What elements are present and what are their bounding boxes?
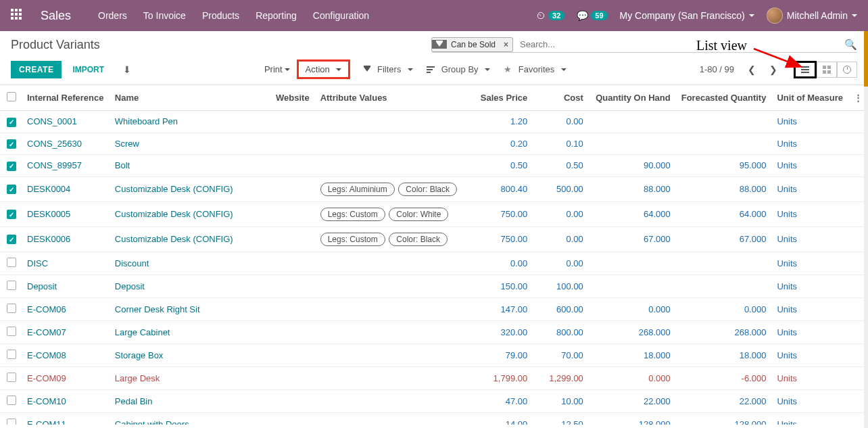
cell-sales-price[interactable]: 750.00 (464, 227, 533, 252)
cell-website[interactable] (270, 133, 315, 155)
cell-website[interactable] (270, 111, 315, 133)
cell-website[interactable] (270, 275, 315, 298)
cell-qoh[interactable] (589, 252, 676, 275)
cell-ref[interactable]: E-COM11 (27, 419, 66, 425)
row-checkbox[interactable]: ✓ (7, 139, 16, 149)
cell-name[interactable]: Customizable Desk (CONFIG) (115, 209, 233, 219)
cell-sales-price[interactable]: 0.20 (464, 133, 533, 155)
user-menu[interactable]: Mitchell Admin (767, 7, 857, 24)
cell-cost[interactable]: 600.00 (533, 298, 589, 320)
cell-name[interactable]: Customizable Desk (CONFIG) (115, 234, 233, 244)
cell-cost[interactable]: 0.10 (533, 133, 589, 155)
cell-ref[interactable]: CONS_0001 (27, 116, 77, 126)
cell-name[interactable]: Screw (115, 139, 139, 149)
activity-indicator[interactable]: ⏲ 32 (536, 10, 564, 21)
cell-ref[interactable]: DESK0004 (27, 184, 70, 194)
cell-uom[interactable]: Units (771, 366, 848, 389)
cell-name[interactable]: Large Cabinet (115, 327, 170, 337)
cell-uom[interactable]: Units (771, 111, 848, 133)
cell-uom[interactable]: Units (771, 227, 848, 252)
cell-sales-price[interactable]: 79.00 (464, 343, 533, 366)
cell-ref[interactable]: CONS_89957 (27, 160, 82, 170)
cell-qoh[interactable]: 128.000 (589, 412, 676, 425)
cell-attr[interactable] (315, 275, 464, 298)
cell-uom[interactable]: Units (771, 320, 848, 343)
cell-ref[interactable]: DESK0006 (27, 234, 70, 244)
cell-website[interactable] (270, 252, 315, 275)
cell-attr[interactable]: Legs: Custom Color: White (315, 201, 464, 227)
table-row[interactable]: E-COM08Storage Box79.0070.0018.00018.000… (0, 343, 868, 366)
cell-attr[interactable] (315, 252, 464, 275)
cell-uom[interactable]: Units (771, 201, 848, 227)
cell-cost[interactable]: 800.00 (533, 320, 589, 343)
create-button[interactable]: CREATE (11, 61, 62, 78)
cell-qoh[interactable]: 18.000 (589, 343, 676, 366)
cell-ref[interactable]: E-COM08 (27, 350, 66, 360)
cell-sales-price[interactable]: 0.50 (464, 155, 533, 177)
cell-attr[interactable] (315, 298, 464, 320)
cell-fq[interactable] (676, 275, 772, 298)
cell-cost[interactable]: 0.00 (533, 227, 589, 252)
table-row[interactable]: E-COM06Corner Desk Right Sit147.00600.00… (0, 298, 868, 320)
row-checkbox[interactable] (7, 373, 16, 382)
cell-fq[interactable]: 128.000 (676, 412, 772, 425)
table-row[interactable]: ✓DESK0005Customizable Desk (CONFIG)Legs:… (0, 201, 868, 227)
header-uom[interactable]: Unit of Measure (771, 85, 848, 111)
row-checkbox[interactable] (7, 258, 16, 267)
cell-ref[interactable]: DESK0005 (27, 209, 70, 219)
cell-fq[interactable]: 268.000 (676, 320, 772, 343)
cell-uom[interactable]: Units (771, 275, 848, 298)
cell-cost[interactable]: 1,299.00 (533, 366, 589, 389)
view-kanban-button[interactable] (817, 62, 837, 78)
cell-qoh[interactable]: 22.000 (589, 389, 676, 412)
pager-text[interactable]: 1-80 / 99 (700, 64, 734, 74)
cell-sales-price[interactable]: 150.00 (464, 275, 533, 298)
import-button[interactable]: IMPORT (64, 61, 112, 78)
header-name[interactable]: Name (110, 85, 270, 111)
cell-name[interactable]: Cabinet with Doors (115, 419, 189, 425)
table-row[interactable]: DISCDiscount0.000.00Units (0, 252, 868, 275)
header-attr[interactable]: Attribute Values (315, 85, 464, 111)
cell-attr[interactable] (315, 155, 464, 177)
cell-fq[interactable]: -6.000 (676, 366, 772, 389)
cell-attr[interactable] (315, 111, 464, 133)
cell-fq[interactable] (676, 252, 772, 275)
row-checkbox[interactable]: ✓ (7, 235, 16, 244)
cell-ref[interactable]: E-COM07 (27, 327, 66, 337)
cell-sales-price[interactable]: 750.00 (464, 201, 533, 227)
cell-sales-price[interactable]: 14.00 (464, 412, 533, 425)
cell-sales-price[interactable]: 1,799.00 (464, 366, 533, 389)
cell-website[interactable] (270, 412, 315, 425)
cell-fq[interactable]: 64.000 (676, 201, 772, 227)
table-row[interactable]: E-COM09Large Desk1,799.001,299.000.000-6… (0, 366, 868, 389)
row-checkbox[interactable] (7, 304, 16, 313)
cell-qoh[interactable]: 0.000 (589, 298, 676, 320)
scrollbar[interactable] (864, 31, 868, 428)
cell-website[interactable] (270, 155, 315, 177)
cell-website[interactable] (270, 176, 315, 201)
cell-qoh[interactable]: 67.000 (589, 227, 676, 252)
select-all-checkbox[interactable] (7, 92, 16, 101)
table-row[interactable]: ✓DESK0006Customizable Desk (CONFIG)Legs:… (0, 227, 868, 252)
cell-qoh[interactable]: 88.000 (589, 176, 676, 201)
row-checkbox[interactable]: ✓ (7, 162, 16, 171)
row-checkbox[interactable]: ✓ (7, 118, 16, 127)
table-row[interactable]: ✓DESK0004Customizable Desk (CONFIG)Legs:… (0, 176, 868, 201)
cell-name[interactable]: Pedal Bin (115, 396, 153, 406)
cell-cost[interactable]: 500.00 (533, 176, 589, 201)
cell-uom[interactable]: Units (771, 176, 848, 201)
cell-name[interactable]: Discount (115, 258, 149, 268)
app-brand[interactable]: Sales (41, 9, 71, 23)
cell-website[interactable] (270, 343, 315, 366)
cell-website[interactable] (270, 227, 315, 252)
cell-cost[interactable]: 0.00 (533, 111, 589, 133)
cell-qoh[interactable]: 268.000 (589, 320, 676, 343)
cell-qoh[interactable]: 64.000 (589, 201, 676, 227)
cell-cost[interactable]: 10.00 (533, 389, 589, 412)
table-row[interactable]: ✓CONS_25630Screw0.200.10Units (0, 133, 868, 155)
cell-uom[interactable]: Units (771, 133, 848, 155)
discuss-indicator[interactable]: 💬 59 (577, 10, 607, 21)
cell-ref[interactable]: Deposit (27, 281, 57, 291)
table-row[interactable]: E-COM10Pedal Bin47.0010.0022.00022.000Un… (0, 389, 868, 412)
cell-uom[interactable]: Units (771, 298, 848, 320)
